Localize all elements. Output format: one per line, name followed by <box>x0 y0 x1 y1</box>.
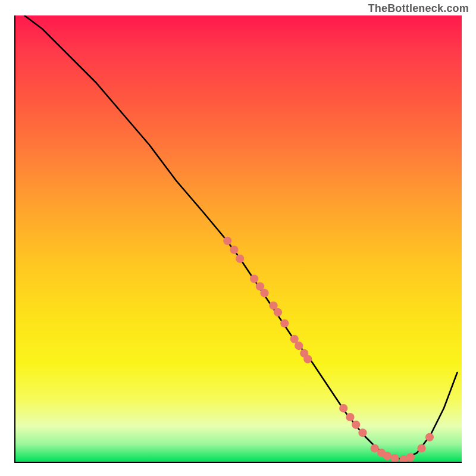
data-point <box>236 255 244 263</box>
data-point <box>274 308 282 317</box>
data-point <box>295 342 303 350</box>
data-point <box>223 237 231 245</box>
data-point <box>260 289 268 297</box>
data-point <box>303 355 312 363</box>
curve-layer <box>15 15 462 462</box>
data-point <box>406 453 415 461</box>
data-point <box>352 421 360 429</box>
data-point <box>280 319 289 327</box>
data-point <box>339 404 347 412</box>
watermark-text: TheBottleneck.com <box>368 2 469 15</box>
data-points <box>223 237 434 462</box>
data-point <box>358 428 367 437</box>
data-point <box>383 452 392 460</box>
data-point <box>417 444 425 452</box>
plot-area <box>14 15 462 463</box>
data-point <box>425 433 434 441</box>
data-point <box>230 246 238 254</box>
data-point <box>390 454 399 462</box>
data-point <box>250 274 258 283</box>
chart-container: TheBottleneck.com <box>0 0 476 476</box>
data-point <box>346 413 354 421</box>
bottleneck-curve <box>24 15 458 459</box>
